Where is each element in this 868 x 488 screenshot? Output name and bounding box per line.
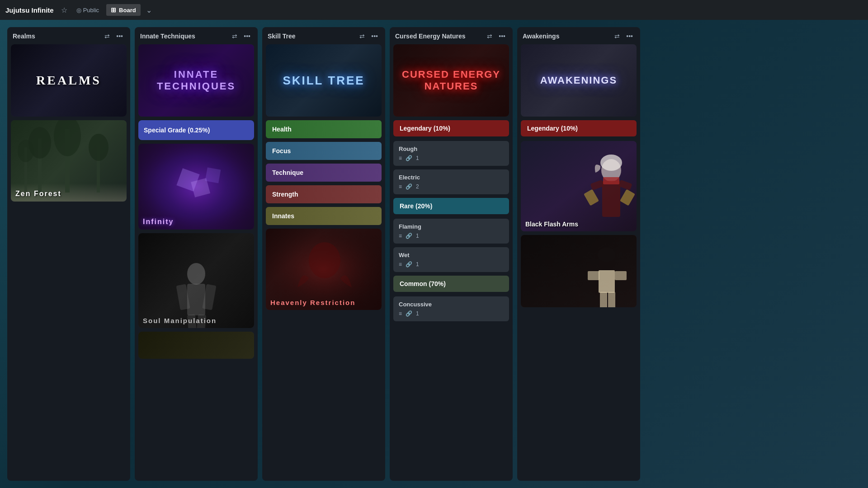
- card-concussive[interactable]: Concussive ≡ 🔗 1: [393, 296, 509, 321]
- card-innate-stub[interactable]: [138, 332, 254, 359]
- app-title: Jujutsu Infinite: [5, 6, 54, 14]
- concussive-count: 1: [416, 310, 419, 317]
- star-icon[interactable]: ☆: [59, 4, 69, 16]
- concussive-link-icon: 🔗: [406, 310, 412, 317]
- heavenly-cover-image: Heavenly Restriction: [266, 229, 382, 310]
- visibility-btn[interactable]: ◎ Public: [73, 5, 103, 15]
- column-innate-filter-btn[interactable]: ⇄: [230, 32, 239, 41]
- column-innate-menu-btn[interactable]: •••: [242, 32, 252, 41]
- card-special-grade[interactable]: Special Grade (0.25%): [138, 120, 254, 140]
- column-awakenings-menu-btn[interactable]: •••: [624, 32, 635, 41]
- column-skill-tree-menu-btn[interactable]: •••: [369, 32, 380, 41]
- rough-meta: ≡ 🔗 1: [399, 155, 504, 161]
- svg-rect-11: [205, 168, 221, 183]
- skill-tree-title-text: SKILL TREE: [283, 74, 364, 88]
- card-technique[interactable]: Technique: [266, 164, 382, 182]
- column-realms: Realms ⇄ ••• REALMS: [7, 27, 130, 481]
- awakenings-cover-image: AWAKENINGS: [521, 44, 637, 117]
- card-skill-tree-header[interactable]: SKILL TREE: [266, 44, 382, 117]
- card-wet[interactable]: Wet ≡ 🔗 1: [393, 247, 509, 272]
- health-label: Health: [272, 126, 292, 133]
- flaming-meta: ≡ 🔗 1: [399, 233, 504, 239]
- flaming-count: 1: [416, 233, 419, 239]
- card-electric[interactable]: Electric ≡ 🔗 2: [393, 169, 509, 194]
- rough-link-icon: 🔗: [406, 155, 412, 161]
- focus-label: Focus: [272, 147, 291, 155]
- card-zen-forest[interactable]: Zen Forest: [11, 120, 127, 202]
- svg-point-5: [89, 134, 108, 161]
- svg-rect-36: [608, 292, 615, 307]
- column-cursed-menu-btn[interactable]: •••: [497, 32, 507, 41]
- top-navigation: Jujutsu Infinite ☆ ◎ Public ⊞ Board ⌄: [0, 0, 868, 20]
- svg-rect-34: [615, 271, 627, 280]
- concussive-title: Concussive: [399, 301, 504, 308]
- cursed-cover-image: CURSED ENERGYNATURES: [393, 44, 509, 117]
- column-cursed-filter-btn[interactable]: ⇄: [485, 32, 494, 41]
- svg-point-7: [18, 140, 34, 162]
- infinity-label-text: Infinity: [143, 218, 174, 226]
- soul-label-text: Soul Manipulation: [143, 317, 217, 324]
- card-rough[interactable]: Rough ≡ 🔗 1: [393, 141, 509, 166]
- column-innate-body: INNATETECHNIQUES Special Grade (0.25%): [135, 44, 258, 481]
- card-strength[interactable]: Strength: [266, 185, 382, 203]
- wet-title: Wet: [399, 252, 504, 258]
- card-awakenings-header[interactable]: AWAKENINGS: [521, 44, 637, 117]
- column-realms-menu-btn[interactable]: •••: [114, 32, 125, 41]
- dropdown-icon[interactable]: ⌄: [144, 4, 154, 16]
- svg-rect-32: [599, 270, 615, 293]
- column-cursed-energy: Cursed Energy Natures ⇄ ••• CURSED ENERG…: [390, 27, 513, 481]
- black-flash-arms-label-text: Black Flash Arms: [525, 221, 578, 228]
- heavenly-label-text: Heavenly Restriction: [270, 299, 355, 306]
- card-innate-header[interactable]: INNATETECHNIQUES: [138, 44, 254, 117]
- card-awakening-2[interactable]: [521, 235, 637, 307]
- card-heavenly-restriction[interactable]: Heavenly Restriction: [266, 229, 382, 310]
- card-cursed-header[interactable]: CURSED ENERGYNATURES: [393, 44, 509, 117]
- card-flaming[interactable]: Flaming ≡ 🔗 1: [393, 219, 509, 244]
- card-common-cursed[interactable]: Common (70%): [393, 276, 509, 292]
- card-focus[interactable]: Focus: [266, 142, 382, 160]
- zen-forest-trees-svg: [11, 120, 127, 202]
- column-innate-title: Innate Techniques: [140, 33, 195, 40]
- board-view-btn[interactable]: ⊞ Board: [106, 4, 141, 16]
- rough-list-icon: ≡: [399, 155, 402, 161]
- board-icon: ⊞: [111, 6, 116, 14]
- black-flash-arms-bg-svg: [521, 141, 637, 231]
- rough-title: Rough: [399, 145, 504, 152]
- column-realms-header: Realms ⇄ •••: [7, 27, 130, 44]
- column-realms-filter-btn[interactable]: ⇄: [103, 32, 112, 41]
- card-infinity[interactable]: Infinity: [138, 144, 254, 230]
- card-innates[interactable]: Innates: [266, 207, 382, 225]
- card-soul-manipulation[interactable]: Soul Manipulation: [138, 233, 254, 328]
- svg-point-12: [187, 263, 205, 285]
- zen-forest-label-text: Zen Forest: [15, 190, 61, 198]
- svg-rect-35: [600, 292, 607, 307]
- column-skill-tree-filter-btn[interactable]: ⇄: [358, 32, 367, 41]
- svg-point-19: [309, 242, 340, 278]
- electric-link-icon: 🔗: [406, 183, 412, 190]
- realms-title-text: REALMS: [36, 73, 101, 88]
- concussive-meta: ≡ 🔗 1: [399, 310, 504, 317]
- card-black-flash-arms[interactable]: Black Flash Arms: [521, 141, 637, 231]
- svg-rect-28: [603, 177, 619, 184]
- column-awakenings-filter-btn[interactable]: ⇄: [613, 32, 622, 41]
- electric-meta: ≡ 🔗 2: [399, 183, 504, 190]
- realms-cover-image: REALMS: [11, 44, 127, 117]
- column-cursed-energy-header: Cursed Energy Natures ⇄ •••: [390, 27, 513, 44]
- card-legendary-awakenings[interactable]: Legendary (10%): [521, 120, 637, 136]
- card-legendary-cursed[interactable]: Legendary (10%): [393, 120, 509, 136]
- card-rare-cursed[interactable]: Rare (20%): [393, 198, 509, 214]
- card-health[interactable]: Health: [266, 120, 382, 138]
- infinity-cover-image: Infinity: [138, 144, 254, 230]
- wet-meta: ≡ 🔗 1: [399, 261, 504, 267]
- wet-list-icon: ≡: [399, 261, 402, 267]
- soul-bg-svg: [138, 233, 254, 328]
- rare-cursed-label: Rare (20%): [400, 202, 432, 210]
- card-realms-header[interactable]: REALMS: [11, 44, 127, 117]
- electric-count: 2: [416, 183, 419, 190]
- concussive-list-icon: ≡: [399, 310, 402, 317]
- column-cursed-energy-body: CURSED ENERGYNATURES Legendary (10%) Rou…: [390, 44, 513, 481]
- column-innate-header: Innate Techniques ⇄ •••: [135, 27, 258, 44]
- innate-cover-image: INNATETECHNIQUES: [138, 44, 254, 117]
- awakening2-bg-svg: [521, 235, 637, 307]
- column-awakenings-header: Awakenings ⇄ •••: [517, 27, 640, 44]
